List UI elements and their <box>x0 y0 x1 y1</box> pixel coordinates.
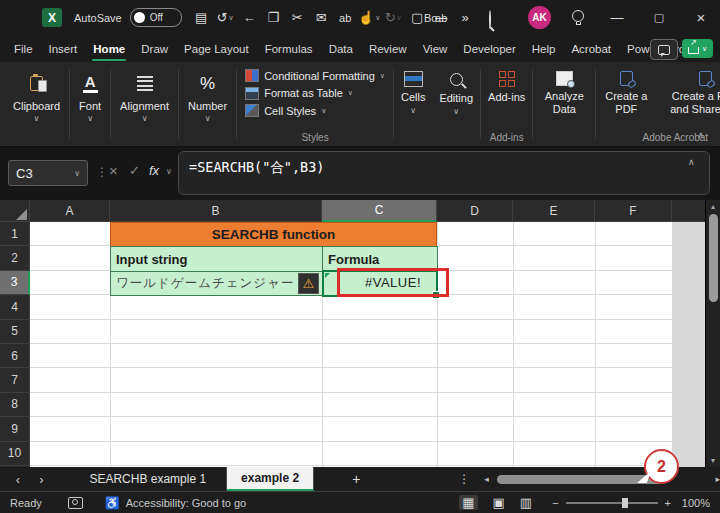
scroll-up-icon[interactable]: ▴ <box>711 200 715 213</box>
tab-help[interactable]: Help <box>524 35 564 62</box>
maximize-button[interactable]: ▢ <box>642 0 676 35</box>
add-sheet-icon[interactable]: + <box>352 471 360 487</box>
column-header[interactable]: D <box>437 200 513 222</box>
font-group[interactable]: A Font ∨ <box>70 62 110 146</box>
macro-record-icon[interactable] <box>68 497 83 509</box>
accessibility-status[interactable]: Accessibility: Good to go <box>126 497 246 509</box>
scroll-left-icon[interactable]: ◂ <box>484 474 489 484</box>
row-header[interactable]: 3 <box>0 271 30 295</box>
tab-developer[interactable]: Developer <box>455 35 523 62</box>
scroll-down-icon[interactable]: ▾ <box>711 454 715 467</box>
search-icon[interactable] <box>489 11 491 29</box>
column-header[interactable]: A <box>30 200 110 222</box>
spelling-icon[interactable]: ab <box>334 6 357 30</box>
autosave-toggle[interactable]: Off <box>130 8 182 27</box>
redo-icon[interactable]: ↻ ∨ <box>382 6 405 30</box>
addins-button[interactable]: Add-ins <box>481 62 532 104</box>
format-as-table-button[interactable]: Format as Table ∨ <box>245 85 385 103</box>
save-icon[interactable]: ▤ <box>190 6 213 30</box>
tab-page-layout[interactable]: Page Layout <box>176 35 257 62</box>
share-button[interactable]: ∨ <box>682 39 713 58</box>
undo-icon[interactable]: ↺ ∨ <box>214 6 237 30</box>
normal-view-icon[interactable]: ▦ <box>459 495 477 510</box>
cell-b3-input-value[interactable]: ワールドゲームチェンジャー <box>110 271 323 296</box>
row-header[interactable]: 1 <box>0 222 30 246</box>
close-button[interactable]: × <box>684 0 718 35</box>
create-pdf-share-button[interactable]: Create a PDF and Share link <box>656 62 720 116</box>
cancel-icon[interactable]: × <box>109 162 118 179</box>
touch-mode-icon[interactable]: ☝ ∨ <box>358 6 381 30</box>
enter-icon[interactable]: ✓ <box>129 163 140 178</box>
sheet-tab-searchb-example-1[interactable]: SEARCHB example 1 <box>69 467 227 491</box>
conditional-formatting-button[interactable]: Conditional Formatting ∨ <box>245 67 385 85</box>
back-icon[interactable]: ← <box>238 6 261 30</box>
clipboard-group[interactable]: Clipboard ∨ <box>4 62 69 146</box>
worksheet-cells[interactable]: SEARCHB function Input string Formula ワー… <box>30 222 705 467</box>
tab-insert[interactable]: Insert <box>41 35 86 62</box>
cell-b2-input-header[interactable]: Input string <box>110 246 323 272</box>
row-header[interactable]: 8 <box>0 393 30 417</box>
sheet-options-dots-icon[interactable]: ⋮ <box>458 472 470 486</box>
cut-icon[interactable]: ✂ <box>286 6 309 30</box>
minimize-button[interactable]: — <box>600 0 634 35</box>
row-header[interactable]: 6 <box>0 344 30 368</box>
tab-data[interactable]: Data <box>321 35 361 62</box>
row-header[interactable]: 9 <box>0 417 30 441</box>
lightbulb-icon[interactable] <box>572 10 584 22</box>
zoom-out-icon[interactable]: − <box>552 497 558 509</box>
comments-button[interactable] <box>650 39 678 60</box>
page-layout-view-icon[interactable]: ▣ <box>493 495 505 510</box>
name-box[interactable]: C3 ∨ <box>8 160 88 186</box>
vertical-scroll-thumb[interactable] <box>709 214 718 302</box>
collapse-formula-bar-icon[interactable]: ∧ <box>688 157 695 167</box>
row-header[interactable]: 7 <box>0 368 30 392</box>
insert-function-icon[interactable]: fx <box>149 163 159 178</box>
row-header[interactable]: 10 <box>0 442 30 466</box>
error-warning-icon[interactable]: ⚠ <box>298 273 319 294</box>
collapse-ribbon-icon[interactable]: ∧ <box>697 130 704 140</box>
page-break-view-icon[interactable]: ▥ <box>520 495 532 510</box>
number-group[interactable]: % Number ∨ <box>179 62 236 146</box>
formula-bar-dots-icon[interactable]: ⋮ <box>96 165 108 179</box>
sheet-tab-example-2[interactable]: example 2 <box>227 467 314 491</box>
tab-file[interactable]: File <box>6 35 41 62</box>
more-commands-icon[interactable]: » <box>454 6 477 30</box>
editing-button[interactable]: Editing ∨ <box>432 62 480 146</box>
formula-input[interactable]: =SEARCHB("合",B3) <box>178 151 710 195</box>
column-header[interactable]: B <box>110 200 322 222</box>
cell-styles-button[interactable]: Cell Styles ∨ <box>245 102 385 120</box>
row-header[interactable]: 2 <box>0 246 30 270</box>
zoom-percentage[interactable]: 100% <box>678 497 710 509</box>
account-avatar[interactable]: AK <box>528 6 551 29</box>
tab-formulas[interactable]: Formulas <box>257 35 321 62</box>
sheet-nav-left-icon[interactable]: ‹ <box>6 472 30 487</box>
zoom-slider-thumb[interactable] <box>622 498 628 508</box>
zoom-in-icon[interactable]: + <box>665 497 671 509</box>
scroll-right-icon[interactable]: ▸ <box>715 474 720 484</box>
create-pdf-button[interactable]: Create a PDF <box>596 62 656 116</box>
title-bar: X AutoSave Off ▤ ↺ ∨ ← ❐ ✂ <box>0 0 720 35</box>
cells-button[interactable]: Cells ∨ <box>394 62 432 146</box>
excel-app-icon[interactable]: X <box>42 8 62 27</box>
zoom-slider[interactable] <box>566 502 658 504</box>
column-header[interactable]: E <box>513 200 595 222</box>
chevron-down-icon[interactable]: ∨ <box>166 167 172 176</box>
tab-review[interactable]: Review <box>361 35 415 62</box>
tab-home[interactable]: Home <box>85 35 133 62</box>
column-header[interactable]: F <box>595 200 672 222</box>
alignment-group[interactable]: Alignment ∨ <box>111 62 178 146</box>
row-header[interactable]: 4 <box>0 295 30 319</box>
select-all-corner[interactable] <box>0 200 30 222</box>
row-header[interactable]: 5 <box>0 320 30 344</box>
copy-icon[interactable]: ❐ <box>262 6 285 30</box>
sheet-nav-right-icon[interactable]: › <box>30 472 54 487</box>
tab-draw[interactable]: Draw <box>133 35 176 62</box>
mail-icon[interactable]: ✉ <box>310 6 333 30</box>
horizontal-scroll-thumb[interactable] <box>497 475 663 484</box>
vertical-scrollbar[interactable]: ▴ ▾ <box>705 200 720 467</box>
tab-view[interactable]: View <box>415 35 456 62</box>
analyze-data-button[interactable]: Analyze Data <box>533 62 595 116</box>
tab-acrobat[interactable]: Acrobat <box>563 35 619 62</box>
column-header[interactable]: C <box>322 200 437 222</box>
cell-b1-title[interactable]: SEARCHB function <box>110 222 437 247</box>
